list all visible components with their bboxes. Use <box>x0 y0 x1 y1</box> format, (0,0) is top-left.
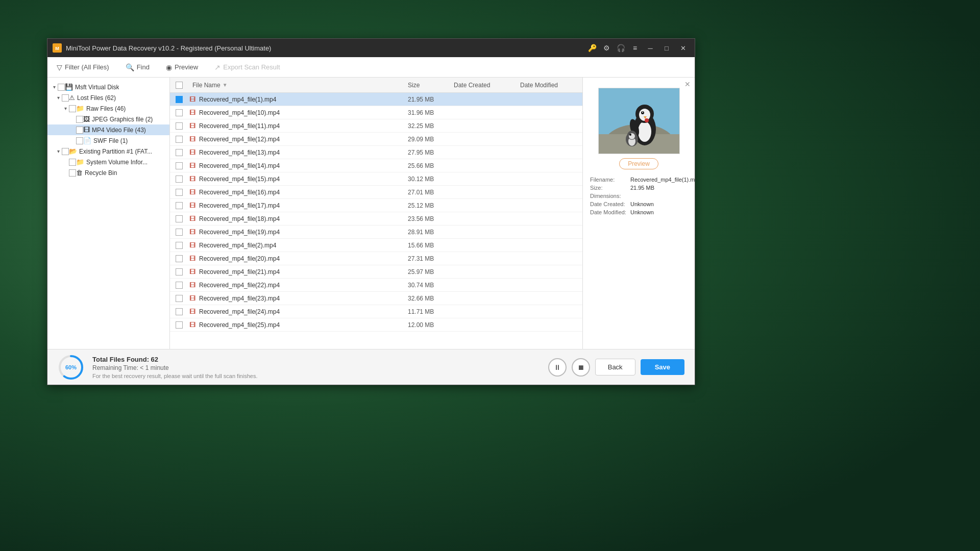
row-checkbox[interactable] <box>176 295 183 302</box>
row-checkbox[interactable] <box>176 229 183 236</box>
tree-checkbox[interactable] <box>69 169 76 177</box>
row-name-cell: 🎞 Recovered_mp4_file(19).mp4 <box>188 228 404 236</box>
row-checkbox[interactable] <box>176 122 183 130</box>
tree-item-raw-files[interactable]: ▾ 📁 Raw Files (46) <box>47 103 169 114</box>
tree-checkbox[interactable] <box>76 137 83 144</box>
status-note: For the best recovery result, please wai… <box>92 373 540 379</box>
maximize-button[interactable]: □ <box>660 41 673 55</box>
file-row[interactable]: 🎞 Recovered_mp4_file(23).mp4 32.66 MB <box>170 292 582 305</box>
tree-checkbox[interactable] <box>62 94 69 102</box>
key-icon[interactable]: 🔑 <box>586 42 598 54</box>
preview-label: Preview <box>175 63 198 71</box>
row-checkbox[interactable] <box>176 162 183 169</box>
export-button[interactable]: ↗ Export Scan Result <box>210 61 284 73</box>
tree-item-swf[interactable]: 📄 SWF File (1) <box>47 135 169 146</box>
find-label: Find <box>137 63 150 71</box>
filename-value: Recovered_mp4_file(1).mp4 <box>628 176 695 184</box>
row-checkbox[interactable] <box>176 215 183 222</box>
col-name-label: File Name <box>192 82 220 89</box>
row-checkbox[interactable] <box>176 136 183 143</box>
row-checkbox[interactable] <box>176 255 183 262</box>
row-checkbox[interactable] <box>176 189 183 196</box>
row-size-cell: 25.12 MB <box>404 202 450 209</box>
tree-checkbox[interactable] <box>69 105 76 112</box>
tree-checkbox[interactable] <box>58 84 65 91</box>
file-type-icon: 🎞 <box>188 268 197 276</box>
file-row[interactable]: 🎞 Recovered_mp4_file(22).mp4 30.74 MB <box>170 279 582 292</box>
preview-icon: ◉ <box>166 63 172 71</box>
tree-checkbox[interactable] <box>76 116 83 123</box>
minimize-button[interactable]: ─ <box>644 41 657 55</box>
row-size-cell: 25.97 MB <box>404 268 450 276</box>
stop-button[interactable]: ⏹ <box>572 358 590 377</box>
tree-checkbox[interactable] <box>69 159 76 166</box>
row-checkbox[interactable] <box>176 308 183 315</box>
tree-item-recycle-bin[interactable]: 🗑 Recycle Bin <box>47 167 169 178</box>
row-checkbox[interactable] <box>176 109 183 116</box>
col-header-name[interactable]: File Name ▼ <box>188 78 404 92</box>
back-button[interactable]: Back <box>595 359 635 375</box>
save-button[interactable]: Save <box>641 359 684 375</box>
svg-point-6 <box>638 121 651 142</box>
lost-files-icon: ⚠ <box>69 94 75 102</box>
col-header-date-created[interactable]: Date Created <box>450 78 516 92</box>
row-name-cell: 🎞 Recovered_mp4_file(23).mp4 <box>188 294 404 303</box>
partition-icon: 📂 <box>69 147 77 155</box>
file-row[interactable]: 🎞 Recovered_mp4_file(17).mp4 25.12 MB <box>170 199 582 212</box>
row-checkbox[interactable] <box>176 268 183 276</box>
select-all-checkbox[interactable] <box>176 82 183 89</box>
file-row[interactable]: 🎞 Recovered_mp4_file(10).mp4 31.96 MB <box>170 106 582 119</box>
col-header-size[interactable]: Size <box>404 78 450 92</box>
expand-icon: ▾ <box>62 106 69 111</box>
file-type-icon: 🎞 <box>188 255 197 263</box>
file-row[interactable]: 🎞 Recovered_mp4_file(20).mp4 27.31 MB <box>170 252 582 265</box>
headset-icon[interactable]: 🎧 <box>615 42 626 54</box>
pause-button[interactable]: ⏸ <box>548 358 567 377</box>
tree-item-partition[interactable]: ▾ 📂 Existing Partition #1 (FAT... <box>47 146 169 157</box>
file-row[interactable]: 🎞 Recovered_mp4_file(11).mp4 32.25 MB <box>170 119 582 133</box>
settings-icon[interactable]: ⚙ <box>601 42 612 54</box>
file-row[interactable]: 🎞 Recovered_mp4_file(1).mp4 21.95 MB <box>170 93 582 106</box>
row-checkbox[interactable] <box>176 282 183 289</box>
tree-checkbox[interactable] <box>76 127 83 134</box>
file-row[interactable]: 🎞 Recovered_mp4_file(13).mp4 27.95 MB <box>170 146 582 159</box>
tree-item-jpeg[interactable]: 🖼 JPEG Graphics file (2) <box>47 114 169 124</box>
tree-item-mp4[interactable]: 🎞 MP4 Video File (43) <box>47 124 169 135</box>
app-window: M MiniTool Power Data Recovery v10.2 - R… <box>47 38 695 385</box>
row-checkbox[interactable] <box>176 202 183 209</box>
close-button[interactable]: ✕ <box>676 41 690 55</box>
file-row[interactable]: 🎞 Recovered_mp4_file(24).mp4 11.71 MB <box>170 305 582 318</box>
row-size-cell: 15.66 MB <box>404 242 450 249</box>
row-checkbox[interactable] <box>176 149 183 156</box>
preview-action-button[interactable]: Preview <box>619 158 658 169</box>
row-checkbox[interactable] <box>176 176 183 183</box>
file-row[interactable]: 🎞 Recovered_mp4_file(25).mp4 12.00 MB <box>170 318 582 332</box>
row-checkbox[interactable] <box>176 96 183 103</box>
export-icon: ↗ <box>214 63 220 71</box>
file-row[interactable]: 🎞 Recovered_mp4_file(19).mp4 28.91 MB <box>170 226 582 239</box>
col-header-date-modified[interactable]: Date Modified <box>516 78 582 92</box>
file-row[interactable]: 🎞 Recovered_mp4_file(16).mp4 27.01 MB <box>170 186 582 199</box>
file-row[interactable]: 🎞 Recovered_mp4_file(12).mp4 29.09 MB <box>170 133 582 146</box>
tree-item-msft-virtual-disk[interactable]: ▾ 💾 Msft Virtual Disk <box>47 82 169 92</box>
file-row[interactable]: 🎞 Recovered_mp4_file(2).mp4 15.66 MB <box>170 239 582 252</box>
file-row[interactable]: 🎞 Recovered_mp4_file(14).mp4 25.66 MB <box>170 159 582 172</box>
tree-checkbox[interactable] <box>62 148 69 155</box>
row-checkbox[interactable] <box>176 242 183 249</box>
file-row[interactable]: 🎞 Recovered_mp4_file(18).mp4 23.56 MB <box>170 212 582 226</box>
file-row[interactable]: 🎞 Recovered_mp4_file(15).mp4 30.12 MB <box>170 172 582 186</box>
preview-button[interactable]: ◉ Preview <box>162 61 202 73</box>
preview-close-button[interactable]: ✕ <box>684 80 691 88</box>
date-created-label: Date Created: <box>588 200 628 208</box>
filter-button[interactable]: ▽ Filter (All Files) <box>53 61 113 73</box>
tree-item-lost-files[interactable]: ▾ ⚠ Lost Files (62) <box>47 92 169 103</box>
file-row[interactable]: 🎞 Recovered_mp4_file(21).mp4 25.97 MB <box>170 265 582 279</box>
file-type-icon: 🎞 <box>188 321 197 329</box>
tree-item-label: System Volume Infor... <box>86 159 148 166</box>
tree-item-system-volume[interactable]: 📁 System Volume Infor... <box>47 157 169 167</box>
menu-icon[interactable]: ≡ <box>629 42 641 54</box>
row-checkbox[interactable] <box>176 321 183 329</box>
file-type-icon: 🎞 <box>188 241 197 249</box>
find-button[interactable]: 🔍 Find <box>121 61 154 73</box>
col-check-all[interactable] <box>170 78 188 92</box>
